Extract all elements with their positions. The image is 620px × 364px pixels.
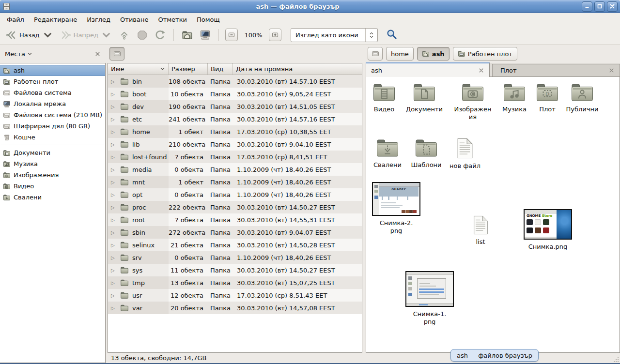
- expander-icon[interactable]: ▷: [111, 79, 117, 84]
- sidebar-item-documents[interactable]: Документи: [0, 147, 105, 158]
- sidebar-mode-dropdown-icon[interactable]: [27, 51, 32, 57]
- column-header-size[interactable]: Размер: [169, 63, 208, 75]
- expander-icon[interactable]: ▷: [111, 142, 117, 147]
- sidebar-item-encrypted-80gb[interactable]: Шифриран дял (80 GB): [0, 121, 105, 132]
- up-button[interactable]: [116, 28, 133, 43]
- table-row[interactable]: ▷bin108 обектаПапка30.03.2010 (вт) 14,57…: [108, 75, 362, 88]
- folder-item-pictures[interactable]: Изображен ия: [453, 83, 493, 121]
- tab-ash[interactable]: ash: [366, 62, 490, 77]
- path-root-button[interactable]: [109, 47, 124, 61]
- path-home-button[interactable]: home: [386, 47, 414, 61]
- table-row[interactable]: ▷home1 обектПапка17.03.2010 (ср) 10,38,5…: [108, 125, 362, 138]
- column-header-name[interactable]: Име: [108, 63, 169, 75]
- sidebar-item-network[interactable]: Локална мрежа: [0, 98, 105, 109]
- close-button[interactable]: [607, 1, 618, 12]
- sidebar-item-downloads[interactable]: Свалени: [0, 192, 105, 203]
- expander-icon[interactable]: ▷: [111, 117, 117, 122]
- expander-icon[interactable]: ▷: [111, 180, 117, 185]
- expander-icon[interactable]: ▷: [111, 104, 117, 109]
- table-row[interactable]: ▷dev190 обектаПапка30.03.2010 (вт) 14,51…: [108, 100, 362, 113]
- taskbar-window-label[interactable]: ash — файлов браузър: [450, 349, 539, 362]
- file-item-snimka2[interactable]: GUADEC Снимка-2. png: [371, 182, 421, 235]
- expander-icon[interactable]: ▷: [111, 205, 117, 210]
- path-desktop-button[interactable]: Работен плот: [453, 47, 517, 61]
- search-button[interactable]: [385, 27, 399, 43]
- titlebar[interactable]: ash — файлов браузър: [0, 0, 620, 13]
- table-row[interactable]: ▷var20 обектаПапка30.03.2010 (вт) 14,57,…: [108, 302, 362, 314]
- minimize-button[interactable]: [582, 1, 592, 12]
- stop-button[interactable]: [134, 28, 151, 43]
- table-row[interactable]: ▷root? обектаПапка30.03.2010 (вт) 14,55,…: [108, 213, 362, 226]
- table-row[interactable]: ▷lost+found? обектаПапка17.03.2010 (ср) …: [108, 151, 362, 163]
- expander-icon[interactable]: ▷: [111, 255, 117, 260]
- computer-button[interactable]: [197, 28, 214, 43]
- file-item-snimka[interactable]: GNOME Store Снимка.png: [521, 209, 574, 251]
- file-item-snimka1[interactable]: Снимка-1. png: [403, 271, 456, 326]
- view-mode-select[interactable]: Изглед като икони: [291, 28, 378, 42]
- sidebar-item-desktop[interactable]: Работен плот: [0, 76, 105, 87]
- folder-item-desktop[interactable]: D Плот: [527, 83, 567, 113]
- sidebar-item-video[interactable]: Видео: [0, 181, 105, 192]
- file-item-list[interactable]: list: [461, 215, 500, 246]
- view-mode-spinner[interactable]: [365, 29, 377, 42]
- expander-icon[interactable]: ▷: [111, 268, 117, 273]
- path-ash-button[interactable]: ash: [417, 47, 450, 61]
- back-button[interactable]: Назад: [3, 28, 56, 43]
- file-item-new-file[interactable]: нов файл: [445, 138, 485, 170]
- maximize-button[interactable]: [594, 1, 605, 12]
- table-row[interactable]: ▷selinux21 обектаПапка30.03.2010 (вт) 14…: [108, 239, 362, 251]
- sidebar-item-pictures[interactable]: Изображения: [0, 169, 105, 181]
- expander-icon[interactable]: ▷: [111, 217, 117, 223]
- reload-button[interactable]: [152, 28, 169, 43]
- table-row[interactable]: ▷sys11 обектаПапка30.03.2010 (вт) 14,50,…: [108, 264, 362, 276]
- table-row[interactable]: ▷etc241 обектаПапка30.03.2010 (вт) 14,57…: [108, 113, 362, 125]
- folder-item-public[interactable]: Публични: [562, 83, 602, 113]
- tab-close-icon[interactable]: [478, 67, 484, 74]
- menu-help[interactable]: Помощ: [192, 15, 225, 25]
- tab-close-icon[interactable]: [608, 67, 615, 74]
- column-header-date[interactable]: Дата на промяна: [233, 63, 362, 75]
- table-row[interactable]: ▷lib210 обектаПапка30.03.2010 (вт) 9,04,…: [108, 138, 362, 151]
- zoom-in-button[interactable]: [269, 29, 281, 41]
- resize-grip[interactable]: [612, 356, 619, 362]
- expander-icon[interactable]: ▷: [111, 280, 117, 286]
- table-row[interactable]: ▷sbin272 обектаПапка30.03.2010 (вт) 9,04…: [108, 226, 362, 239]
- path-root-button[interactable]: [368, 47, 383, 61]
- expander-icon[interactable]: ▷: [111, 91, 117, 97]
- icon-view[interactable]: Видео Документи: [366, 77, 620, 353]
- sidebar-item-volume-210mb[interactable]: Файлова система (210 MB): [0, 109, 105, 121]
- folder-item-downloads[interactable]: Свалени: [368, 138, 407, 169]
- menu-edit[interactable]: Редактиране: [29, 15, 82, 25]
- folder-item-templates[interactable]: Шаблони: [406, 138, 446, 169]
- expander-icon[interactable]: ▷: [111, 243, 117, 248]
- table-row[interactable]: ▷boot10 обектаПапка30.03.2010 (вт) 9,05,…: [108, 88, 362, 100]
- home-button[interactable]: [179, 28, 196, 43]
- expander-icon[interactable]: ▷: [111, 154, 117, 160]
- menu-file[interactable]: Файл: [2, 15, 29, 25]
- zoom-out-button[interactable]: [225, 29, 238, 41]
- sidebar-item-home[interactable]: ash: [0, 65, 105, 76]
- menu-bookmarks[interactable]: Отметки: [153, 15, 191, 25]
- folder-item-documents[interactable]: Документи: [404, 83, 444, 113]
- tab-plot[interactable]: Плот: [492, 64, 620, 76]
- table-row[interactable]: ▷proc222 обектаПапка30.03.2010 (вт) 14,5…: [108, 201, 362, 213]
- expander-icon[interactable]: ▷: [111, 167, 117, 172]
- sidebar-close-icon[interactable]: [94, 51, 101, 57]
- sidebar-item-trash[interactable]: Кошче: [0, 132, 105, 143]
- menu-go[interactable]: Отиване: [115, 15, 153, 25]
- column-header-type[interactable]: Вид: [208, 63, 233, 75]
- expander-icon[interactable]: ▷: [111, 305, 117, 311]
- forward-button[interactable]: Напред: [57, 28, 115, 43]
- sidebar-item-music[interactable]: Музика: [0, 158, 105, 169]
- sidebar-item-filesystem[interactable]: Файлова система: [0, 87, 105, 98]
- table-row[interactable]: ▷media0 обектаПапка1.10.2009 (чт) 18,40,…: [108, 163, 362, 176]
- table-row[interactable]: ▷tmp13 обектаПапка30.03.2010 (вт) 15,07,…: [108, 276, 362, 289]
- expander-icon[interactable]: ▷: [111, 129, 117, 135]
- expander-icon[interactable]: ▷: [111, 192, 117, 197]
- table-row[interactable]: ▷usr12 обектаПапка17.03.2010 (ср) 8,51,4…: [108, 289, 362, 302]
- folder-item-video[interactable]: Видео: [366, 83, 404, 113]
- table-row[interactable]: ▷mnt1 обектПапка1.10.2009 (чт) 18,40,26 …: [108, 176, 362, 188]
- expander-icon[interactable]: ▷: [111, 293, 117, 298]
- expander-icon[interactable]: ▷: [111, 230, 117, 235]
- menu-view[interactable]: Изглед: [82, 15, 115, 25]
